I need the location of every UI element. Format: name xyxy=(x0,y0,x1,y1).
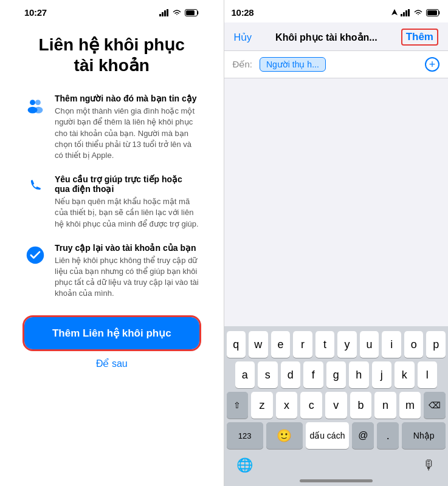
phone-icon xyxy=(24,176,46,197)
wifi-icon xyxy=(172,9,182,16)
key-p[interactable]: p xyxy=(426,331,446,358)
location-icon xyxy=(391,9,398,16)
space-key[interactable]: dấu cách xyxy=(306,422,350,449)
keyboard-row-2: a s d f g h j k l xyxy=(227,361,446,388)
key-r[interactable]: r xyxy=(293,331,312,358)
svg-point-9 xyxy=(34,107,43,114)
svg-rect-13 xyxy=(405,10,407,16)
bottom-bar: 🌐 🎙 xyxy=(224,455,448,479)
key-e[interactable]: e xyxy=(271,331,291,358)
check-icon xyxy=(24,244,46,266)
to-field: Đến: Người thụ h... + xyxy=(224,51,448,78)
svg-rect-14 xyxy=(408,9,410,16)
key-u[interactable]: u xyxy=(360,331,379,358)
feature-text-2: Yêu cầu trợ giúp trực tiếp hoặc qua điện… xyxy=(55,174,199,230)
feature-text-1: Thêm người nào đó mà bạn tin cậy Chọn mộ… xyxy=(55,94,199,161)
svg-rect-3 xyxy=(167,9,168,16)
battery-icon xyxy=(185,9,199,16)
emoji-key[interactable]: 🙂 xyxy=(266,422,303,449)
people-icon xyxy=(24,95,46,117)
key-y[interactable]: y xyxy=(337,331,357,358)
numbers-key[interactable]: 123 xyxy=(227,422,263,449)
mic-icon[interactable]: 🎙 xyxy=(422,457,436,473)
key-x[interactable]: x xyxy=(276,392,298,419)
svg-rect-11 xyxy=(401,14,402,16)
page-title: Liên hệ khôi phục tài khoản xyxy=(39,35,185,75)
feature-desc-2: Nếu bạn quên mật khẩu hoặc mật mã của th… xyxy=(55,196,199,230)
cancel-button[interactable]: Hủy xyxy=(234,32,252,43)
feature-list: Thêm người nào đó mà bạn tin cậy Chọn mộ… xyxy=(24,94,199,299)
feature-text-3: Truy cập lại vào tài khoản của bạn Liên … xyxy=(55,243,199,299)
svg-rect-5 xyxy=(186,10,195,15)
delete-key[interactable]: ⌫ xyxy=(424,392,446,419)
right-nav-bar: Hủy Khôi phục tài khoản... Thêm xyxy=(224,22,448,51)
key-l[interactable]: l xyxy=(418,361,438,388)
key-j[interactable]: j xyxy=(372,361,392,388)
key-q[interactable]: q xyxy=(227,331,246,358)
add-recovery-contact-button[interactable]: Thêm Liên hệ khôi phục xyxy=(24,317,199,349)
svg-rect-0 xyxy=(159,14,161,16)
left-content: Liên hệ khôi phục tài khoản Thêm người n… xyxy=(18,22,205,486)
svg-rect-2 xyxy=(164,10,166,16)
period-key[interactable]: . xyxy=(377,422,399,449)
to-label: Đến: xyxy=(233,59,252,70)
key-g[interactable]: g xyxy=(326,361,346,388)
key-o[interactable]: o xyxy=(404,331,424,358)
feature-desc-1: Chọn một thành viên gia đình hoặc một ng… xyxy=(55,106,199,161)
key-z[interactable]: z xyxy=(251,392,273,419)
svg-point-6 xyxy=(30,100,35,105)
key-h[interactable]: h xyxy=(349,361,369,388)
svg-point-7 xyxy=(35,100,41,105)
key-d[interactable]: d xyxy=(281,361,301,388)
key-w[interactable]: w xyxy=(249,331,268,358)
spacer xyxy=(224,78,448,326)
right-status-bar: 10:28 xyxy=(224,0,448,22)
key-f[interactable]: f xyxy=(303,361,323,388)
feature-title-2: Yêu cầu trợ giúp trực tiếp hoặc qua điện… xyxy=(55,174,199,194)
feature-desc-3: Liên hệ khôi phục không thể truy cập dữ … xyxy=(55,255,199,299)
home-indicator xyxy=(300,479,373,482)
right-status-time: 10:28 xyxy=(232,7,254,18)
add-button[interactable]: Thêm xyxy=(401,29,438,46)
at-key[interactable]: @ xyxy=(352,422,374,449)
feature-title-1: Thêm người nào đó mà bạn tin cậy xyxy=(55,94,199,103)
feature-title-3: Truy cập lại vào tài khoản của bạn xyxy=(55,243,199,253)
svg-rect-1 xyxy=(162,12,164,16)
home-bar xyxy=(224,479,448,486)
right-status-icons xyxy=(391,9,441,16)
skip-link[interactable]: Để sau xyxy=(96,358,128,369)
key-a[interactable]: a xyxy=(235,361,255,388)
left-panel: 10:27 Liên hệ khôi phục tà xyxy=(0,0,224,486)
left-status-time: 10:27 xyxy=(24,7,47,18)
recipient-chip[interactable]: Người thụ h... xyxy=(260,57,326,72)
left-status-icons xyxy=(159,9,199,16)
key-n[interactable]: n xyxy=(374,392,396,419)
svg-rect-16 xyxy=(427,10,437,15)
keyboard-row-4: 123 🙂 dấu cách @ . Nhập xyxy=(227,422,446,449)
key-k[interactable]: k xyxy=(395,361,415,388)
signal-icon xyxy=(159,9,169,16)
key-i[interactable]: i xyxy=(382,331,401,358)
feature-item-3: Truy cập lại vào tài khoản của bạn Liên … xyxy=(24,243,199,299)
key-m[interactable]: m xyxy=(399,392,421,419)
shift-key[interactable]: ⇧ xyxy=(227,392,249,419)
keyboard: q w e r t y u i o p a s d f g h j k l ⇧ … xyxy=(224,326,448,455)
globe-icon[interactable]: 🌐 xyxy=(236,457,253,473)
key-v[interactable]: v xyxy=(325,392,347,419)
right-wifi-icon xyxy=(413,9,423,16)
feature-item-1: Thêm người nào đó mà bạn tin cậy Chọn mộ… xyxy=(24,94,199,161)
key-s[interactable]: s xyxy=(258,361,278,388)
add-recipient-icon[interactable]: + xyxy=(425,57,439,72)
left-status-bar: 10:27 xyxy=(18,0,205,22)
keyboard-row-3: ⇧ z x c v b n m ⌫ xyxy=(227,392,446,419)
right-signal-icon xyxy=(401,9,410,16)
key-b[interactable]: b xyxy=(350,392,372,419)
return-key[interactable]: Nhập xyxy=(402,422,446,449)
feature-item-2: Yêu cầu trợ giúp trực tiếp hoặc qua điện… xyxy=(24,174,199,230)
svg-rect-12 xyxy=(403,12,405,16)
key-t[interactable]: t xyxy=(315,331,335,358)
nav-title: Khôi phục tài khoản... xyxy=(275,32,377,43)
keyboard-row-1: q w e r t y u i o p xyxy=(227,331,446,358)
key-c[interactable]: c xyxy=(300,392,322,419)
right-battery-icon xyxy=(426,9,441,16)
